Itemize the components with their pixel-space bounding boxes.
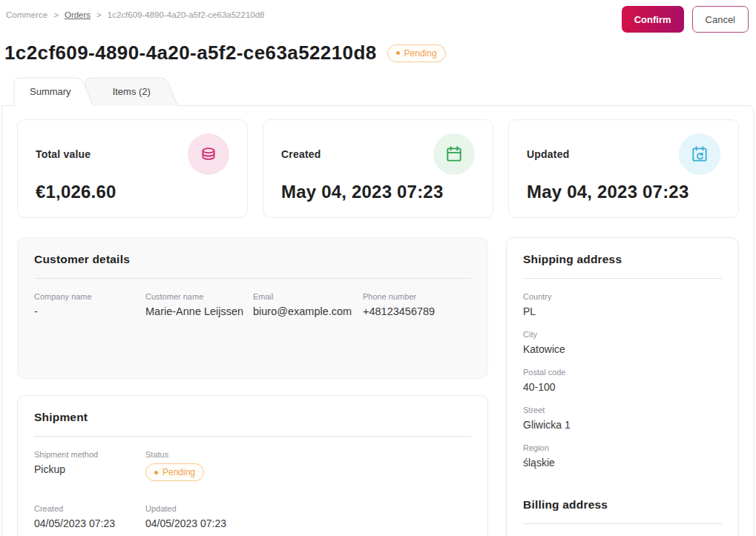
phone-number-value: +48123456789 xyxy=(363,305,435,317)
cancel-button[interactable]: Cancel xyxy=(692,6,749,33)
tab-items-label: Items (2) xyxy=(85,76,180,106)
phone-number-field: Phone number +48123456789 xyxy=(363,292,435,317)
shipment-updated-field: Updated 04/05/2023 07:23 xyxy=(145,504,226,529)
shipment-created-value: 04/05/2023 07:23 xyxy=(34,517,145,529)
email-field: Email biuro@example.com xyxy=(253,292,363,317)
shipment-status-badge: Pending xyxy=(145,463,204,481)
breadcrumb: Commerce > Orders > 1c2cf609-4890-4a20-a… xyxy=(6,6,264,19)
divider xyxy=(34,278,471,279)
postal-code-value: 40-100 xyxy=(523,381,722,393)
company-name-label: Company name xyxy=(34,292,145,301)
total-value-card: Total value €1,026.60 xyxy=(17,119,248,218)
shipment-updated-value: 04/05/2023 07:23 xyxy=(145,517,226,529)
shipment-status-label: Status xyxy=(145,450,204,459)
billing-address-title: Billing address xyxy=(523,498,722,512)
header-actions: Confirm Cancel xyxy=(622,6,749,33)
updated-datetime: May 04, 2023 07:23 xyxy=(527,182,720,202)
status-badge-label: Pending xyxy=(404,47,437,59)
phone-number-label: Phone number xyxy=(363,292,435,301)
summary-tab-panel: Total value €1,026.60 Created xyxy=(1,105,755,536)
postal-code-field: Postal code 40-100 xyxy=(523,368,722,393)
updated-label: Updated xyxy=(527,148,569,160)
country-label: Country xyxy=(523,292,722,301)
calendar-sync-icon xyxy=(679,133,720,175)
created-datetime: May 04, 2023 07:23 xyxy=(281,182,475,202)
created-label: Created xyxy=(281,148,321,160)
status-badge: Pending xyxy=(387,44,446,62)
country-value: PL xyxy=(523,305,722,317)
title-row: 1c2cf609-4890-4a20-a5f2-ce63a52210d8 Pen… xyxy=(0,33,756,64)
status-dot-icon xyxy=(396,51,400,55)
created-card: Created May 04, 2023 07:23 xyxy=(263,119,493,218)
shipment-title: Shipment xyxy=(34,411,471,424)
tab-bar: Summary Items (2) xyxy=(0,76,756,105)
region-value: śląskie xyxy=(523,457,722,469)
customer-name-value: Marie-Anne Leijssen xyxy=(145,305,253,317)
breadcrumb-separator: > xyxy=(53,10,59,19)
breadcrumb-commerce[interactable]: Commerce xyxy=(6,10,47,19)
tab-summary-label: Summary xyxy=(13,76,96,106)
shipment-row-1: Shipment method Pickup Status Pending xyxy=(34,450,471,481)
country-field: Country PL xyxy=(523,292,722,317)
stats-row: Total value €1,026.60 Created xyxy=(17,119,739,218)
city-value: Katowice xyxy=(523,343,722,355)
street-label: Street xyxy=(523,406,722,414)
confirm-button[interactable]: Confirm xyxy=(622,6,684,33)
customer-name-label: Customer name xyxy=(145,292,253,301)
divider xyxy=(34,436,471,437)
shipment-row-2: Created 04/05/2023 07:23 Updated 04/05/2… xyxy=(34,504,471,529)
customer-details-title: Customer details xyxy=(34,253,471,266)
status-dot-icon xyxy=(154,471,158,474)
calendar-icon xyxy=(433,133,475,175)
shipment-created-field: Created 04/05/2023 07:23 xyxy=(34,504,145,529)
updated-card: Updated May 04, 2023 07:23 xyxy=(508,119,739,218)
shipment-status-field: Status Pending xyxy=(145,450,204,481)
region-field: Region śląskie xyxy=(523,443,722,469)
email-label: Email xyxy=(253,292,363,301)
total-value-amount: €1,026.60 xyxy=(36,182,229,202)
left-column: Customer details Company name - Customer… xyxy=(17,237,488,536)
customer-fields: Company name - Customer name Marie-Anne … xyxy=(34,292,471,363)
addresses-card: Shipping address Country PL City Katowic… xyxy=(506,237,739,536)
breadcrumb-orders-link[interactable]: Orders xyxy=(65,10,91,19)
city-label: City xyxy=(523,330,722,339)
street-value: Gliwicka 1 xyxy=(523,419,722,431)
divider xyxy=(523,523,722,524)
city-field: City Katowice xyxy=(523,330,722,355)
shipment-created-label: Created xyxy=(34,504,145,513)
customer-name-field: Customer name Marie-Anne Leijssen xyxy=(145,292,253,317)
detail-columns: Customer details Company name - Customer… xyxy=(17,237,739,536)
shipment-updated-label: Updated xyxy=(145,504,226,513)
breadcrumb-separator: > xyxy=(96,10,102,19)
tab-items[interactable]: Items (2) xyxy=(85,76,180,106)
company-name-field: Company name - xyxy=(34,292,145,317)
shipping-address-title: Shipping address xyxy=(523,253,722,266)
shipment-method-label: Shipment method xyxy=(34,450,145,459)
shipment-method-value: Pickup xyxy=(34,463,145,475)
divider xyxy=(523,278,722,279)
right-column: Shipping address Country PL City Katowic… xyxy=(506,237,739,536)
postal-code-label: Postal code xyxy=(523,368,722,377)
region-label: Region xyxy=(523,443,722,452)
database-icon xyxy=(188,133,229,175)
breadcrumb-order-id: 1c2cf609-4890-4a20-a5f2-ce63a52210d8 xyxy=(108,10,265,19)
shipment-method-field: Shipment method Pickup xyxy=(34,450,145,481)
street-field: Street Gliwicka 1 xyxy=(523,406,722,431)
total-value-label: Total value xyxy=(36,148,91,160)
customer-details-card: Customer details Company name - Customer… xyxy=(17,237,488,379)
top-bar: Commerce > Orders > 1c2cf609-4890-4a20-a… xyxy=(0,0,756,33)
company-name-value: - xyxy=(34,305,145,317)
shipment-card: Shipment Shipment method Pickup Status P… xyxy=(17,395,488,536)
email-value: biuro@example.com xyxy=(253,305,363,317)
shipment-status-badge-label: Pending xyxy=(162,466,195,478)
tab-summary[interactable]: Summary xyxy=(13,76,96,106)
page-title: 1c2cf609-4890-4a20-a5f2-ce63a52210d8 xyxy=(4,42,377,64)
